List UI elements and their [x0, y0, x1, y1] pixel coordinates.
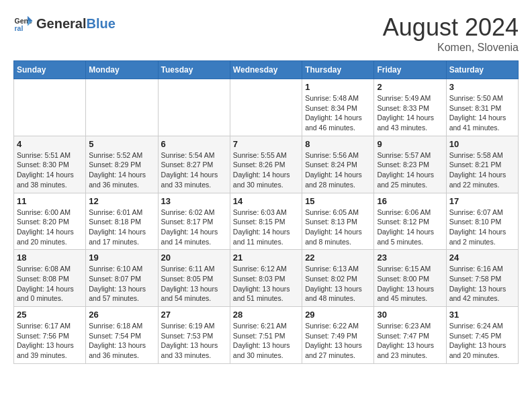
- weekday-header-monday: Monday: [86, 61, 158, 79]
- day-number: 18: [17, 253, 83, 263]
- day-cell: 7Sunrise: 5:55 AM Sunset: 8:26 PM Daylig…: [230, 136, 302, 193]
- day-number: 11: [17, 196, 83, 206]
- week-row-2: 4Sunrise: 5:51 AM Sunset: 8:30 PM Daylig…: [14, 136, 519, 193]
- week-row-5: 25Sunrise: 6:17 AM Sunset: 7:56 PM Dayli…: [14, 307, 519, 364]
- day-cell: 25Sunrise: 6:17 AM Sunset: 7:56 PM Dayli…: [14, 307, 86, 364]
- day-cell: 21Sunrise: 6:12 AM Sunset: 8:03 PM Dayli…: [230, 250, 302, 307]
- day-info: Sunrise: 5:50 AM Sunset: 8:31 PM Dayligh…: [449, 93, 515, 133]
- day-number: 27: [161, 310, 227, 320]
- day-info: Sunrise: 6:08 AM Sunset: 8:08 PM Dayligh…: [17, 264, 83, 304]
- month-year: August 2024: [383, 13, 519, 42]
- weekday-header-thursday: Thursday: [302, 61, 374, 79]
- logo-icon: Gene ral: [13, 13, 34, 34]
- svg-text:ral: ral: [15, 24, 24, 32]
- day-cell: 2Sunrise: 5:49 AM Sunset: 8:33 PM Daylig…: [374, 79, 446, 136]
- day-number: 14: [233, 196, 299, 206]
- day-number: 9: [377, 139, 443, 149]
- day-number: 29: [305, 310, 371, 320]
- title-area: August 2024 Komen, Slovenia: [383, 13, 519, 54]
- week-row-3: 11Sunrise: 6:00 AM Sunset: 8:20 PM Dayli…: [14, 193, 519, 250]
- day-cell: 9Sunrise: 5:57 AM Sunset: 8:23 PM Daylig…: [374, 136, 446, 193]
- week-row-4: 18Sunrise: 6:08 AM Sunset: 8:08 PM Dayli…: [14, 250, 519, 307]
- day-info: Sunrise: 6:05 AM Sunset: 8:13 PM Dayligh…: [305, 208, 371, 247]
- day-number: 16: [377, 196, 443, 206]
- day-number: 22: [305, 253, 371, 263]
- day-info: Sunrise: 6:19 AM Sunset: 7:53 PM Dayligh…: [161, 321, 227, 361]
- day-info: Sunrise: 5:55 AM Sunset: 8:26 PM Dayligh…: [233, 150, 299, 190]
- day-cell: 23Sunrise: 6:15 AM Sunset: 8:00 PM Dayli…: [374, 250, 446, 307]
- calendar-table: SundayMondayTuesdayWednesdayThursdayFrid…: [13, 60, 519, 364]
- weekday-header-tuesday: Tuesday: [158, 61, 230, 79]
- day-info: Sunrise: 5:58 AM Sunset: 8:21 PM Dayligh…: [449, 150, 515, 190]
- logo-blue: Blue: [86, 16, 115, 31]
- day-cell: 28Sunrise: 6:21 AM Sunset: 7:51 PM Dayli…: [230, 307, 302, 364]
- day-info: Sunrise: 5:54 AM Sunset: 8:27 PM Dayligh…: [161, 150, 227, 190]
- day-number: 5: [89, 139, 154, 149]
- day-number: 25: [17, 310, 83, 320]
- day-info: Sunrise: 6:21 AM Sunset: 7:51 PM Dayligh…: [233, 321, 299, 361]
- day-cell: 4Sunrise: 5:51 AM Sunset: 8:30 PM Daylig…: [14, 136, 86, 193]
- day-info: Sunrise: 6:03 AM Sunset: 8:15 PM Dayligh…: [233, 208, 299, 247]
- day-info: Sunrise: 5:56 AM Sunset: 8:24 PM Dayligh…: [305, 150, 371, 190]
- day-number: 1: [305, 82, 371, 92]
- day-cell: 10Sunrise: 5:58 AM Sunset: 8:21 PM Dayli…: [446, 136, 518, 193]
- day-number: 30: [377, 310, 443, 320]
- day-cell: 3Sunrise: 5:50 AM Sunset: 8:31 PM Daylig…: [446, 79, 518, 136]
- day-info: Sunrise: 6:22 AM Sunset: 7:49 PM Dayligh…: [305, 321, 371, 361]
- day-number: 23: [377, 253, 443, 263]
- day-number: 8: [305, 139, 371, 149]
- day-cell: 13Sunrise: 6:02 AM Sunset: 8:17 PM Dayli…: [158, 193, 230, 250]
- day-cell: 27Sunrise: 6:19 AM Sunset: 7:53 PM Dayli…: [158, 307, 230, 364]
- day-info: Sunrise: 6:24 AM Sunset: 7:45 PM Dayligh…: [449, 321, 515, 361]
- day-info: Sunrise: 6:10 AM Sunset: 8:07 PM Dayligh…: [89, 264, 154, 304]
- day-cell: [158, 79, 230, 136]
- day-cell: 24Sunrise: 6:16 AM Sunset: 7:58 PM Dayli…: [446, 250, 518, 307]
- day-info: Sunrise: 5:49 AM Sunset: 8:33 PM Dayligh…: [377, 93, 443, 133]
- day-cell: 16Sunrise: 6:06 AM Sunset: 8:12 PM Dayli…: [374, 193, 446, 250]
- logo: Gene ral GeneralBlue: [13, 13, 116, 34]
- logo-general: General: [36, 16, 86, 31]
- page-header: Gene ral GeneralBlue August 2024 Komen, …: [13, 13, 519, 54]
- day-number: 28: [233, 310, 299, 320]
- day-info: Sunrise: 5:51 AM Sunset: 8:30 PM Dayligh…: [17, 150, 83, 190]
- day-info: Sunrise: 6:07 AM Sunset: 8:10 PM Dayligh…: [449, 208, 515, 247]
- day-cell: 1Sunrise: 5:48 AM Sunset: 8:34 PM Daylig…: [302, 79, 374, 136]
- day-info: Sunrise: 6:17 AM Sunset: 7:56 PM Dayligh…: [17, 321, 83, 361]
- day-number: 2: [377, 82, 443, 92]
- day-cell: 15Sunrise: 6:05 AM Sunset: 8:13 PM Dayli…: [302, 193, 374, 250]
- day-cell: 17Sunrise: 6:07 AM Sunset: 8:10 PM Dayli…: [446, 193, 518, 250]
- day-cell: 26Sunrise: 6:18 AM Sunset: 7:54 PM Dayli…: [86, 307, 158, 364]
- day-number: 20: [161, 253, 227, 263]
- day-cell: [14, 79, 86, 136]
- day-cell: 20Sunrise: 6:11 AM Sunset: 8:05 PM Dayli…: [158, 250, 230, 307]
- day-number: 21: [233, 253, 299, 263]
- day-cell: 31Sunrise: 6:24 AM Sunset: 7:45 PM Dayli…: [446, 307, 518, 364]
- weekday-header-saturday: Saturday: [446, 61, 518, 79]
- day-cell: 6Sunrise: 5:54 AM Sunset: 8:27 PM Daylig…: [158, 136, 230, 193]
- day-info: Sunrise: 6:00 AM Sunset: 8:20 PM Dayligh…: [17, 208, 83, 247]
- day-number: 19: [89, 253, 154, 263]
- day-number: 24: [449, 253, 515, 263]
- day-number: 13: [161, 196, 227, 206]
- day-cell: 30Sunrise: 6:23 AM Sunset: 7:47 PM Dayli…: [374, 307, 446, 364]
- week-row-1: 1Sunrise: 5:48 AM Sunset: 8:34 PM Daylig…: [14, 79, 519, 136]
- day-cell: 14Sunrise: 6:03 AM Sunset: 8:15 PM Dayli…: [230, 193, 302, 250]
- day-info: Sunrise: 6:23 AM Sunset: 7:47 PM Dayligh…: [377, 321, 443, 361]
- day-cell: 11Sunrise: 6:00 AM Sunset: 8:20 PM Dayli…: [14, 193, 86, 250]
- day-number: 7: [233, 139, 299, 149]
- day-number: 10: [449, 139, 515, 149]
- location: Komen, Slovenia: [383, 42, 519, 54]
- day-info: Sunrise: 5:48 AM Sunset: 8:34 PM Dayligh…: [305, 93, 371, 133]
- day-number: 12: [89, 196, 154, 206]
- weekday-header-wednesday: Wednesday: [230, 61, 302, 79]
- weekday-header-sunday: Sunday: [14, 61, 86, 79]
- day-info: Sunrise: 6:12 AM Sunset: 8:03 PM Dayligh…: [233, 264, 299, 304]
- weekday-header-row: SundayMondayTuesdayWednesdayThursdayFrid…: [14, 61, 519, 79]
- day-number: 17: [449, 196, 515, 206]
- day-cell: 5Sunrise: 5:52 AM Sunset: 8:29 PM Daylig…: [86, 136, 158, 193]
- day-number: 31: [449, 310, 515, 320]
- day-number: 26: [89, 310, 154, 320]
- day-number: 6: [161, 139, 227, 149]
- weekday-header-friday: Friday: [374, 61, 446, 79]
- day-info: Sunrise: 6:11 AM Sunset: 8:05 PM Dayligh…: [161, 264, 227, 304]
